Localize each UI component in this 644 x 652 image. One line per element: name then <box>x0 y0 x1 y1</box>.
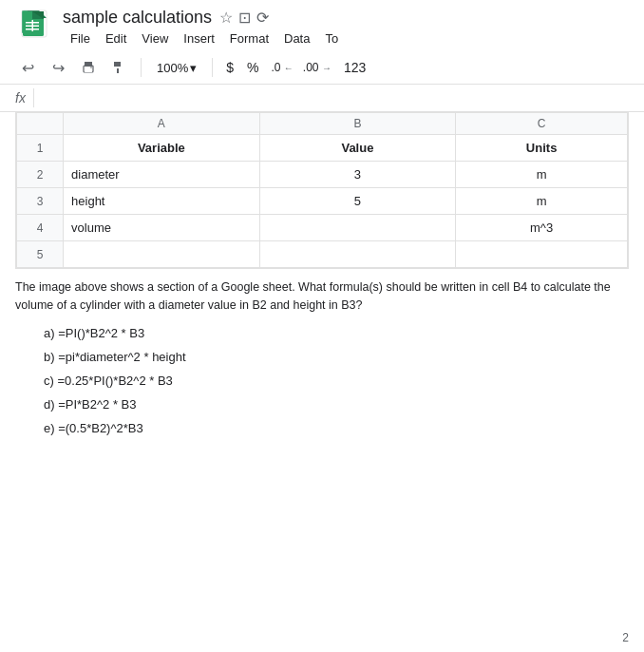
question-area: The image above shows a section of a Goo… <box>0 269 644 435</box>
col-header-a[interactable]: A <box>64 113 260 135</box>
toolbar-divider-2 <box>212 58 213 77</box>
title-area: sample calculations ☆ ⊡ ⟳ File Edit View… <box>63 8 344 48</box>
cell-a4[interactable]: volume <box>64 215 260 241</box>
option-b[interactable]: b) =pi*diameter^2 * height <box>15 350 629 364</box>
cell-b3[interactable]: 5 <box>259 188 456 215</box>
table-row: 4 volume m^3 <box>17 215 628 241</box>
cell-b1[interactable]: Value <box>259 135 456 162</box>
svg-rect-19 <box>85 69 92 72</box>
decimal-more-button[interactable]: .00 → <box>300 60 334 75</box>
option-b-label: b) <box>44 350 58 364</box>
zoom-arrow-icon: ▾ <box>190 61 197 75</box>
table-row: 2 diameter 3 m <box>17 162 628 188</box>
dollar-format-button[interactable]: $ <box>222 58 237 77</box>
toolbar: ↩ ↪ 100% ▾ $ % .0 ← .00 → 123 <box>0 51 644 85</box>
table-row: 3 height 5 m <box>17 188 628 215</box>
cell-c2[interactable]: m <box>456 162 628 188</box>
menu-insert[interactable]: Insert <box>178 29 220 48</box>
row-num-3: 3 <box>17 188 64 215</box>
option-a-label: a) <box>44 326 58 340</box>
decimal-toolbar: .0 ← .00 → <box>269 60 334 75</box>
row-num-4: 4 <box>17 215 64 241</box>
menu-view[interactable]: View <box>136 29 174 48</box>
table-row: 1 Variable Value Units <box>17 135 628 162</box>
option-c-label: c) <box>44 374 57 388</box>
cell-b5[interactable] <box>259 241 456 268</box>
formula-input[interactable] <box>42 90 629 105</box>
col-header-c[interactable]: C <box>456 113 628 135</box>
cell-a5[interactable] <box>64 241 260 268</box>
spreadsheet-table: A B C 1 Variable Value Units 2 diameter … <box>16 112 628 268</box>
option-e[interactable]: e) =(0.5*B2)^2*B3 <box>15 421 629 435</box>
cell-a3[interactable]: height <box>64 188 260 215</box>
decimal-less-button[interactable]: .0 ← <box>269 60 296 75</box>
more-formats-button[interactable]: 123 <box>340 58 369 77</box>
print-button[interactable] <box>76 55 101 80</box>
option-d[interactable]: d) =PI*B2^2 * B3 <box>15 397 629 412</box>
fx-label: fx <box>15 90 26 105</box>
option-c-formula: =0.25*PI()*B2^2 * B3 <box>57 374 172 388</box>
top-bar: sample calculations ☆ ⊡ ⟳ File Edit View… <box>0 0 644 51</box>
spreadsheet: A B C 1 Variable Value Units 2 diameter … <box>15 112 629 269</box>
cell-c1[interactable]: Units <box>456 135 628 162</box>
cell-b4[interactable] <box>259 215 456 241</box>
row-num-5: 5 <box>17 241 64 268</box>
app-title-bar: sample calculations ☆ ⊡ ⟳ <box>63 8 344 28</box>
svg-rect-18 <box>85 62 92 67</box>
svg-point-20 <box>90 67 92 68</box>
app-title-text: sample calculations <box>63 8 212 28</box>
star-icon[interactable]: ☆ <box>219 9 233 27</box>
menu-bar: File Edit View Insert Format Data To <box>63 29 344 48</box>
column-headers: A B C <box>17 113 628 135</box>
cell-a2[interactable]: diameter <box>64 162 260 188</box>
table-row: 5 <box>17 241 628 268</box>
redo-button[interactable]: ↪ <box>46 55 70 80</box>
format-paint-button[interactable] <box>106 55 131 80</box>
row-num-1: 1 <box>17 135 64 162</box>
col-header-b[interactable]: B <box>259 113 456 135</box>
cloud-icon[interactable]: ⟳ <box>256 9 269 27</box>
option-a-formula: =PI()*B2^2 * B3 <box>58 326 144 340</box>
percent-format-button[interactable]: % <box>243 58 262 77</box>
cell-c4[interactable]: m^3 <box>456 215 628 241</box>
cell-c5[interactable] <box>456 241 628 268</box>
toolbar-divider-1 <box>141 58 142 77</box>
menu-tools[interactable]: To <box>319 29 344 48</box>
app-icon <box>15 9 53 47</box>
title-icons: ☆ ⊡ ⟳ <box>219 9 269 27</box>
undo-button[interactable]: ↩ <box>15 55 40 80</box>
page-number: 2 <box>622 631 629 644</box>
option-e-label: e) <box>44 421 58 435</box>
menu-edit[interactable]: Edit <box>100 29 132 48</box>
svg-rect-16 <box>32 20 34 31</box>
question-text: The image above shows a section of a Goo… <box>15 278 629 315</box>
cell-b2[interactable]: 3 <box>259 162 456 188</box>
row-num-header <box>17 113 64 135</box>
move-icon[interactable]: ⊡ <box>238 9 251 27</box>
option-a[interactable]: a) =PI()*B2^2 * B3 <box>15 326 629 340</box>
cell-a1[interactable]: Variable <box>64 135 260 162</box>
cell-c3[interactable]: m <box>456 188 628 215</box>
option-e-formula: =(0.5*B2)^2*B3 <box>58 421 143 435</box>
zoom-selector[interactable]: 100% ▾ <box>151 59 202 77</box>
formula-bar: fx <box>0 85 644 112</box>
menu-file[interactable]: File <box>65 29 96 48</box>
formula-bar-divider <box>33 88 34 107</box>
option-d-formula: =PI*B2^2 * B3 <box>58 397 136 412</box>
option-c[interactable]: c) =0.25*PI()*B2^2 * B3 <box>15 374 629 388</box>
menu-format[interactable]: Format <box>224 29 275 48</box>
option-d-label: d) <box>44 397 58 412</box>
zoom-value: 100% <box>157 61 188 75</box>
row-num-2: 2 <box>17 162 64 188</box>
option-b-formula: =pi*diameter^2 * height <box>58 350 185 364</box>
menu-data[interactable]: Data <box>278 29 315 48</box>
